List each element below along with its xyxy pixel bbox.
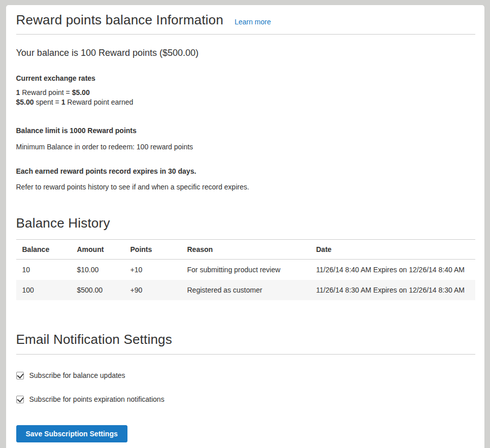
cell-balance: 10 [16,260,71,280]
balance-summary: Your balance is 100 Reward points ($500.… [16,48,475,58]
cell-points: +10 [124,260,181,280]
balance-updates-label[interactable]: Subscribe for balance updates [29,371,125,379]
balance-limit: Balance limit is 1000 Reward points [16,126,475,135]
cell-amount: $500.00 [71,280,124,300]
column-header-date: Date [310,240,475,260]
email-settings-heading: Email Notification Settings [16,332,475,347]
column-header-reason: Reason [181,240,310,260]
cell-balance: 100 [16,280,71,300]
exchange-rates-heading: Current exchange rates [16,74,475,82]
save-subscription-settings-button[interactable]: Save Subscription Settings [16,425,127,442]
cell-date: 11/26/14 8:30 AM Expires on 12/26/14 8:3… [310,280,475,300]
expiration-notifications-label[interactable]: Subscribe for points expiration notifica… [29,395,165,403]
page-title: Reward points balance Information [16,12,223,28]
cell-reason: For submitting product review [181,260,310,280]
expiration-rule: Each earned reward points record expires… [16,167,475,175]
table-header-row: Balance Amount Points Reason Date [16,240,475,260]
table-row: 10 $10.00 +10 For submitting product rev… [16,260,475,280]
column-header-points: Points [124,240,181,260]
expiration-notifications-checkbox[interactable] [16,396,24,403]
cell-date: 11/26/14 8:40 AM Expires on 12/26/14 8:4… [310,260,475,280]
learn-more-link[interactable]: Learn more [235,18,271,26]
balance-history-heading: Balance History [16,215,475,231]
subscribe-expiration-notifications-option: Subscribe for points expiration notifica… [16,395,475,403]
cell-reason: Registered as customer [181,280,310,300]
column-header-amount: Amount [71,240,124,260]
exchange-rates: 1 Reward point = $5.00 $5.00 spent = 1 R… [16,88,475,107]
minimum-balance-note: Minimum Balance in order to redeem: 100 … [16,143,475,151]
cell-points: +90 [124,280,181,300]
page-title-row: Reward points balance Information Learn … [16,12,475,35]
balance-updates-checkbox[interactable] [16,372,24,379]
reward-points-panel: Reward points balance Information Learn … [6,5,484,448]
column-header-balance: Balance [16,240,71,260]
subscribe-balance-updates-option: Subscribe for balance updates [16,371,475,379]
balance-history-table: Balance Amount Points Reason Date 10 $10… [16,239,475,300]
cell-amount: $10.00 [71,260,124,280]
expiration-note: Refer to reward points history to see if… [16,183,475,191]
rate-point-to-currency: 1 Reward point = $5.00 [16,88,475,98]
table-row: 100 $500.00 +90 Registered as customer 1… [16,280,475,300]
rate-currency-to-point: $5.00 spent = 1 Reward point earned [16,98,475,107]
email-settings-heading-row: Email Notification Settings [16,332,475,355]
